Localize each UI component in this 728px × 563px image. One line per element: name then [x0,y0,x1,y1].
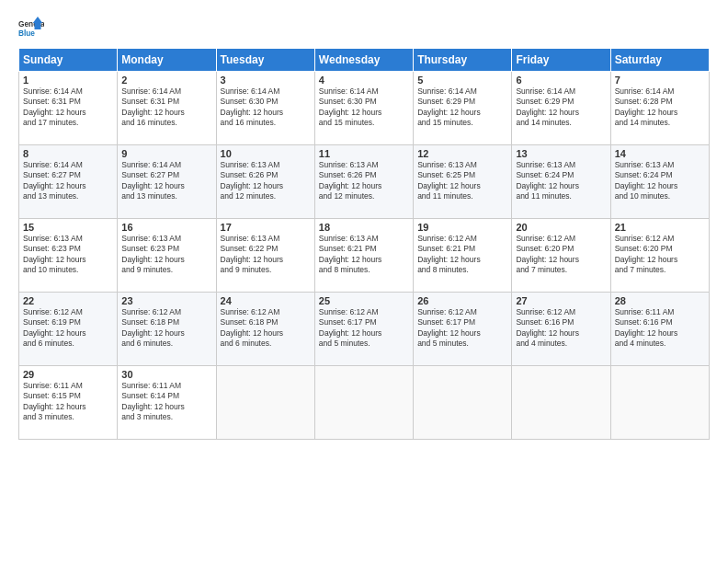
day-info: Sunrise: 6:11 AM Sunset: 6:15 PM Dayligh… [23,381,113,423]
calendar-cell: 9 Sunrise: 6:14 AM Sunset: 6:27 PM Dayli… [118,145,216,219]
calendar-cell: 29 Sunrise: 6:11 AM Sunset: 6:15 PM Dayl… [19,366,118,440]
calendar-cell [512,366,610,440]
day-number: 20 [516,222,606,233]
calendar-header-friday: Friday [512,49,610,72]
day-number: 24 [221,295,311,306]
calendar-header-saturday: Saturday [610,49,709,72]
day-number: 2 [121,75,211,86]
day-info: Sunrise: 6:14 AM Sunset: 6:29 PM Dayligh… [417,86,507,129]
day-info: Sunrise: 6:12 AM Sunset: 6:19 PM Dayligh… [23,307,113,350]
day-number: 26 [417,295,507,306]
calendar-cell: 15 Sunrise: 6:13 AM Sunset: 6:23 PM Dayl… [19,219,118,293]
day-info: Sunrise: 6:12 AM Sunset: 6:18 PM Dayligh… [121,307,211,350]
day-info: Sunrise: 6:12 AM Sunset: 6:16 PM Dayligh… [516,307,606,350]
calendar-cell: 18 Sunrise: 6:13 AM Sunset: 6:21 PM Dayl… [314,219,413,293]
day-info: Sunrise: 6:13 AM Sunset: 6:24 PM Dayligh… [615,160,705,202]
day-number: 23 [121,295,211,306]
day-info: Sunrise: 6:14 AM Sunset: 6:31 PM Dayligh… [23,86,113,129]
day-number: 5 [417,75,507,86]
calendar-table: SundayMondayTuesdayWednesdayThursdayFrid… [18,48,710,440]
day-number: 10 [221,148,311,159]
day-number: 9 [121,148,211,159]
calendar-cell: 27 Sunrise: 6:12 AM Sunset: 6:16 PM Dayl… [512,293,610,366]
day-number: 3 [221,75,311,86]
day-number: 21 [615,222,705,233]
calendar-cell: 14 Sunrise: 6:13 AM Sunset: 6:24 PM Dayl… [610,145,709,219]
calendar-cell [610,366,709,440]
day-number: 12 [417,148,507,159]
calendar-cell: 30 Sunrise: 6:11 AM Sunset: 6:14 PM Dayl… [118,366,216,440]
calendar-cell [216,366,314,440]
day-number: 30 [121,369,211,380]
day-info: Sunrise: 6:12 AM Sunset: 6:21 PM Dayligh… [417,234,507,276]
calendar-cell: 7 Sunrise: 6:14 AM Sunset: 6:28 PM Dayli… [610,72,709,145]
day-info: Sunrise: 6:13 AM Sunset: 6:24 PM Dayligh… [516,160,606,202]
calendar-cell: 21 Sunrise: 6:12 AM Sunset: 6:20 PM Dayl… [610,219,709,293]
calendar-cell: 10 Sunrise: 6:13 AM Sunset: 6:26 PM Dayl… [216,145,314,219]
day-number: 28 [615,295,705,306]
svg-text:Blue: Blue [18,29,35,38]
calendar-cell: 6 Sunrise: 6:14 AM Sunset: 6:29 PM Dayli… [512,72,610,145]
day-number: 25 [319,295,409,306]
day-info: Sunrise: 6:14 AM Sunset: 6:30 PM Dayligh… [319,86,409,129]
calendar-cell: 12 Sunrise: 6:13 AM Sunset: 6:25 PM Dayl… [414,145,512,219]
day-info: Sunrise: 6:14 AM Sunset: 6:27 PM Dayligh… [121,160,211,202]
calendar-cell: 19 Sunrise: 6:12 AM Sunset: 6:21 PM Dayl… [414,219,512,293]
day-info: Sunrise: 6:13 AM Sunset: 6:22 PM Dayligh… [221,234,311,276]
day-number: 27 [516,295,606,306]
day-number: 18 [319,222,409,233]
calendar-cell: 8 Sunrise: 6:14 AM Sunset: 6:27 PM Dayli… [19,145,118,219]
calendar-cell: 25 Sunrise: 6:12 AM Sunset: 6:17 PM Dayl… [314,293,413,366]
day-number: 11 [319,148,409,159]
calendar-cell: 5 Sunrise: 6:14 AM Sunset: 6:29 PM Dayli… [414,72,512,145]
day-info: Sunrise: 6:11 AM Sunset: 6:14 PM Dayligh… [121,381,211,423]
day-number: 22 [23,295,113,306]
day-number: 7 [615,75,705,86]
day-info: Sunrise: 6:11 AM Sunset: 6:16 PM Dayligh… [615,307,705,350]
day-info: Sunrise: 6:12 AM Sunset: 6:20 PM Dayligh… [516,234,606,276]
logo: General Blue [18,17,44,42]
day-number: 6 [516,75,606,86]
calendar-header-monday: Monday [118,49,216,72]
day-number: 4 [319,75,409,86]
calendar-cell: 28 Sunrise: 6:11 AM Sunset: 6:16 PM Dayl… [610,293,709,366]
calendar-cell: 22 Sunrise: 6:12 AM Sunset: 6:19 PM Dayl… [19,293,118,366]
day-info: Sunrise: 6:13 AM Sunset: 6:23 PM Dayligh… [121,234,211,276]
calendar-cell: 11 Sunrise: 6:13 AM Sunset: 6:26 PM Dayl… [314,145,413,219]
day-info: Sunrise: 6:13 AM Sunset: 6:26 PM Dayligh… [319,160,409,202]
day-number: 1 [23,75,113,86]
day-number: 15 [23,222,113,233]
day-info: Sunrise: 6:13 AM Sunset: 6:26 PM Dayligh… [221,160,311,202]
day-info: Sunrise: 6:13 AM Sunset: 6:21 PM Dayligh… [319,234,409,276]
day-info: Sunrise: 6:14 AM Sunset: 6:27 PM Dayligh… [23,160,113,202]
calendar-cell [414,366,512,440]
calendar-cell: 16 Sunrise: 6:13 AM Sunset: 6:23 PM Dayl… [118,219,216,293]
calendar-cell: 20 Sunrise: 6:12 AM Sunset: 6:20 PM Dayl… [512,219,610,293]
day-info: Sunrise: 6:13 AM Sunset: 6:25 PM Dayligh… [417,160,507,202]
day-info: Sunrise: 6:12 AM Sunset: 6:17 PM Dayligh… [417,307,507,350]
calendar-cell: 3 Sunrise: 6:14 AM Sunset: 6:30 PM Dayli… [216,72,314,145]
day-info: Sunrise: 6:12 AM Sunset: 6:18 PM Dayligh… [221,307,311,350]
calendar-cell: 23 Sunrise: 6:12 AM Sunset: 6:18 PM Dayl… [118,293,216,366]
day-info: Sunrise: 6:14 AM Sunset: 6:28 PM Dayligh… [615,86,705,129]
calendar-cell: 2 Sunrise: 6:14 AM Sunset: 6:31 PM Dayli… [118,72,216,145]
day-info: Sunrise: 6:13 AM Sunset: 6:23 PM Dayligh… [23,234,113,276]
day-number: 17 [221,222,311,233]
calendar-cell: 1 Sunrise: 6:14 AM Sunset: 6:31 PM Dayli… [19,72,118,145]
calendar-header-tuesday: Tuesday [216,49,314,72]
calendar-cell: 13 Sunrise: 6:13 AM Sunset: 6:24 PM Dayl… [512,145,610,219]
day-number: 19 [417,222,507,233]
calendar-header-sunday: Sunday [19,49,118,72]
day-number: 16 [121,222,211,233]
calendar-cell: 24 Sunrise: 6:12 AM Sunset: 6:18 PM Dayl… [216,293,314,366]
calendar-cell: 26 Sunrise: 6:12 AM Sunset: 6:17 PM Dayl… [414,293,512,366]
day-info: Sunrise: 6:14 AM Sunset: 6:30 PM Dayligh… [221,86,311,129]
day-info: Sunrise: 6:12 AM Sunset: 6:20 PM Dayligh… [615,234,705,276]
calendar-header-wednesday: Wednesday [314,49,413,72]
day-number: 14 [615,148,705,159]
calendar-cell [314,366,413,440]
calendar-cell: 4 Sunrise: 6:14 AM Sunset: 6:30 PM Dayli… [314,72,413,145]
calendar-header-thursday: Thursday [414,49,512,72]
day-info: Sunrise: 6:14 AM Sunset: 6:29 PM Dayligh… [516,86,606,129]
day-info: Sunrise: 6:14 AM Sunset: 6:31 PM Dayligh… [121,86,211,129]
